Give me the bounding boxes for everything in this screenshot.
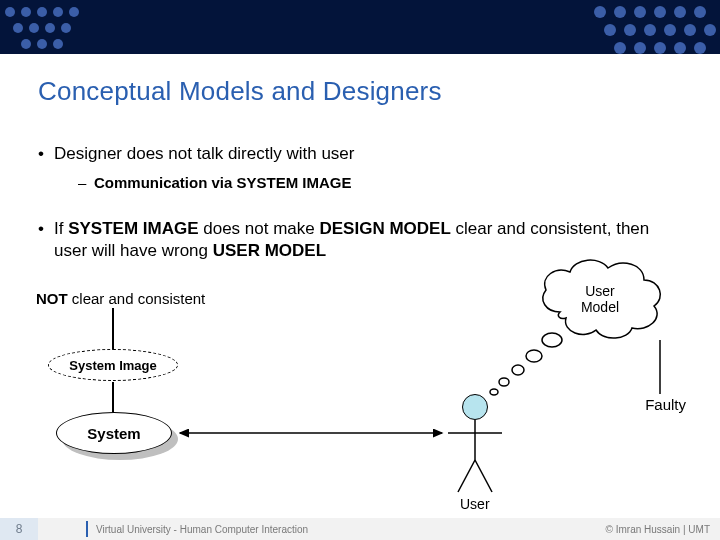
svg-line-32 [475,460,492,492]
thought-cloud-icon [490,260,660,395]
page-number: 8 [0,518,38,540]
cloud-text-1: User [585,283,615,299]
svg-point-34 [526,350,542,362]
svg-point-33 [542,333,562,347]
slide: Conceptual Models and Designers Designer… [0,0,720,540]
footer-center-text: Virtual University - Human Computer Inte… [96,524,308,535]
cloud-text-2: Model [581,299,619,315]
footer-right-text: © Imran Hussain | UMT [606,524,710,535]
svg-point-37 [490,389,498,395]
diagram-overlay: User Model [0,0,720,540]
stick-figure-icon [448,420,502,492]
svg-point-36 [499,378,509,386]
svg-line-31 [458,460,475,492]
svg-point-35 [512,365,524,375]
footer-divider [86,521,88,537]
